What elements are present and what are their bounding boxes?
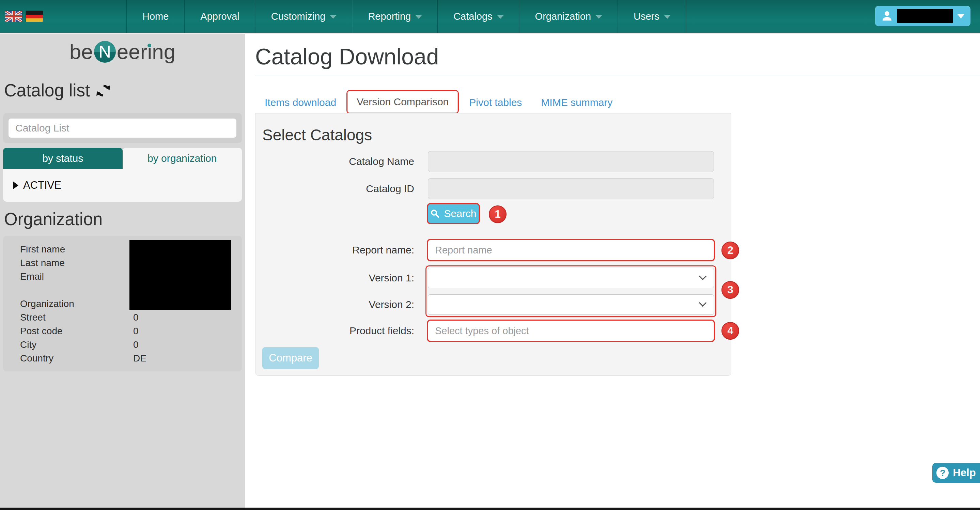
product-fields-input[interactable] — [428, 320, 714, 341]
search-icon — [430, 209, 440, 218]
version2-select[interactable] — [428, 294, 714, 315]
uk-flag-icon[interactable] — [5, 11, 22, 22]
status-group-panel: ACTIVE — [3, 169, 242, 202]
chevron-down-icon — [664, 15, 670, 19]
tab-mime-summary[interactable]: MIME summary — [531, 92, 622, 113]
version-comparison-panel: Select Catalogs Catalog Name Catalog ID … — [255, 113, 731, 376]
caret-down-icon — [957, 14, 965, 18]
chevron-down-icon — [415, 15, 422, 19]
catalog-list-search-card — [3, 113, 242, 143]
annotation-badge-4: 4 — [721, 322, 739, 339]
nav-item-catalogs[interactable]: Catalogs — [438, 0, 519, 33]
chevron-down-icon — [497, 15, 503, 19]
version1-label: Version 1: — [256, 272, 414, 284]
nav-item-label: Home — [142, 11, 169, 22]
chevron-down-icon — [699, 273, 707, 280]
nav-item-label: Reporting — [368, 11, 411, 22]
catalog-list-search-input[interactable] — [8, 119, 236, 138]
nav-item-label: Approval — [200, 11, 239, 22]
refresh-icon[interactable] — [95, 83, 111, 99]
annotation-box-version-comparison: Version Comparison — [347, 90, 459, 114]
question-icon: ? — [936, 467, 949, 479]
logo-i-dot — [148, 44, 151, 47]
sidebar: beNeering Catalog list by status by orga… — [0, 34, 245, 508]
user-icon — [881, 10, 893, 22]
catalog-list-filter-tabs: by status by organization — [3, 148, 242, 169]
report-name-label: Report name: — [256, 244, 414, 256]
tab-version-comparison[interactable]: Version Comparison — [347, 91, 458, 113]
catalog-id-input[interactable] — [428, 178, 714, 199]
redacted-username-block — [897, 9, 953, 23]
help-button[interactable]: ? Help — [932, 463, 980, 483]
tab-by-organization[interactable]: by organization — [123, 148, 242, 169]
download-tabs: Items download Version Comparison Pivot … — [255, 90, 731, 113]
version1-select[interactable] — [428, 268, 714, 288]
org-row-city: City0 — [3, 338, 242, 352]
search-button-label: Search — [444, 208, 476, 219]
language-switcher — [5, 11, 43, 22]
chevron-down-icon — [699, 299, 707, 307]
tab-pivot-tables[interactable]: Pivot tables — [460, 92, 531, 113]
nav-item-reporting[interactable]: Reporting — [352, 0, 438, 33]
compare-button[interactable]: Compare — [262, 347, 319, 369]
chevron-down-icon — [596, 15, 602, 19]
logo-n-circle: N — [94, 41, 116, 63]
nav-item-organization[interactable]: Organization — [519, 0, 617, 33]
organization-heading: Organization — [4, 209, 245, 230]
tab-items-download[interactable]: Items download — [255, 92, 346, 113]
nav-item-users[interactable]: Users — [617, 0, 686, 33]
expand-triangle-icon — [13, 182, 18, 189]
catalog-name-label: Catalog Name — [256, 156, 414, 167]
nav-item-approval[interactable]: Approval — [184, 0, 255, 33]
org-row-street: Street0 — [3, 311, 242, 324]
search-button[interactable]: Search — [428, 204, 479, 223]
help-button-label: Help — [953, 467, 975, 479]
nav-item-label: Organization — [535, 11, 591, 22]
redacted-user-details-block — [129, 240, 231, 310]
report-name-input[interactable] — [428, 240, 714, 260]
chevron-down-icon — [330, 15, 336, 19]
top-navigation-bar: Home Approval Customizing Reporting Cata… — [0, 0, 980, 33]
annotation-badge-2: 2 — [721, 242, 739, 259]
version2-label: Version 2: — [256, 299, 414, 310]
nav-item-label: Catalogs — [453, 11, 492, 22]
catalog-list-heading: Catalog list — [4, 80, 245, 101]
product-fields-label: Product fields: — [256, 325, 414, 336]
nav-item-home[interactable]: Home — [126, 0, 184, 33]
user-menu-button[interactable] — [875, 6, 970, 26]
main-menu: Home Approval Customizing Reporting Cata… — [126, 0, 686, 33]
organization-card: First name Last name Email Organization … — [3, 236, 242, 371]
status-group-active[interactable]: ACTIVE — [23, 179, 61, 191]
tab-by-status[interactable]: by status — [3, 148, 123, 169]
annotation-badge-1: 1 — [489, 206, 506, 223]
org-row-post-code: Post code0 — [3, 324, 242, 338]
logo-text: eering — [117, 41, 175, 62]
nav-item-label: Users — [633, 11, 659, 22]
section-title: Select Catalogs — [262, 126, 372, 144]
catalog-name-input[interactable] — [428, 151, 714, 172]
annotation-badge-3: 3 — [721, 281, 739, 299]
main-content: Catalog Download Items download Version … — [245, 34, 980, 508]
german-flag-icon[interactable] — [26, 11, 43, 22]
org-row-country: CountryDE — [3, 352, 242, 365]
beneering-logo: beNeering — [0, 34, 245, 70]
title-divider — [255, 76, 980, 76]
nav-item-label: Customizing — [271, 11, 326, 22]
nav-item-customizing[interactable]: Customizing — [255, 0, 352, 33]
catalog-id-label: Catalog ID — [256, 183, 414, 194]
window-bottom-edge — [0, 508, 980, 510]
page-title: Catalog Download — [255, 43, 980, 70]
logo-text: be — [70, 41, 93, 62]
